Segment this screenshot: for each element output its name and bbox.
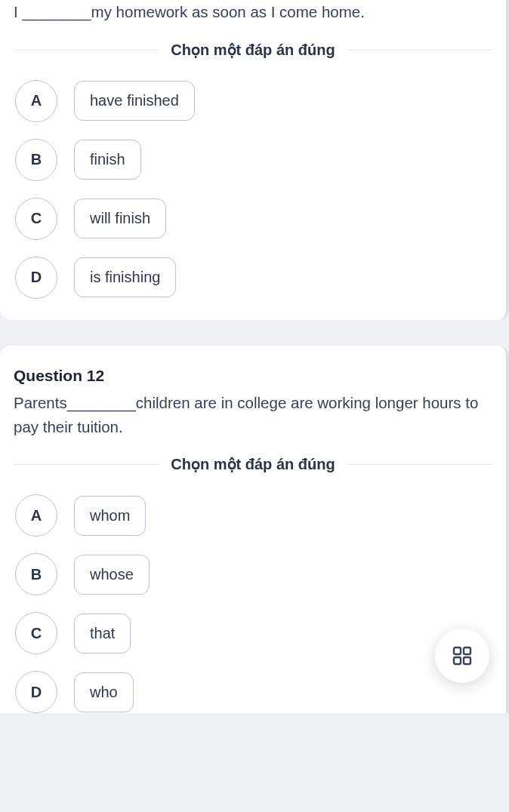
option-text: have finished [74, 81, 195, 121]
choose-prompt: Chọn một đáp án đúng [159, 41, 347, 59]
svg-rect-1 [464, 647, 470, 654]
grid-icon [452, 645, 473, 666]
options-list: A whom B whose C that D who [14, 494, 492, 713]
option-letter: B [15, 139, 57, 181]
option-text: finish [74, 140, 141, 180]
option-letter: C [15, 198, 57, 240]
option-letter: A [15, 494, 57, 537]
question-title: Question 12 [14, 367, 492, 385]
question-text: Parents________children are in college a… [14, 391, 492, 439]
option-d[interactable]: D who [15, 671, 492, 713]
quiz-page: I ________my homework as soon as I come … [0, 0, 509, 736]
option-text: that [74, 614, 131, 654]
option-d[interactable]: D is finishing [15, 257, 492, 299]
option-c[interactable]: C that [15, 612, 492, 654]
option-b[interactable]: B finish [15, 139, 492, 181]
grid-view-button[interactable] [435, 629, 489, 683]
question-text: I ________my homework as soon as I come … [14, 0, 492, 24]
options-list: A have finished B finish C will finish D… [14, 80, 492, 299]
option-b[interactable]: B whose [15, 553, 492, 595]
option-c[interactable]: C will finish [15, 198, 492, 240]
option-letter: D [15, 257, 57, 299]
option-letter: A [15, 80, 57, 122]
option-letter: D [15, 671, 57, 713]
svg-rect-0 [454, 647, 461, 654]
option-text: whom [74, 496, 146, 536]
option-text: who [74, 672, 134, 712]
option-letter: B [15, 553, 57, 595]
divider: Chọn một đáp án đúng [14, 455, 492, 473]
svg-rect-3 [464, 657, 470, 664]
svg-rect-2 [454, 657, 461, 664]
choose-prompt: Chọn một đáp án đúng [159, 455, 347, 473]
option-a[interactable]: A have finished [15, 80, 492, 122]
option-letter: C [15, 612, 57, 654]
option-text: whose [74, 555, 150, 595]
question-11-card: I ________my homework as soon as I come … [0, 0, 509, 320]
divider: Chọn một đáp án đúng [14, 41, 492, 59]
question-12-card: Question 12 Parents________children are … [0, 346, 509, 714]
option-a[interactable]: A whom [15, 494, 492, 537]
option-text: is finishing [74, 257, 176, 297]
option-text: will finish [74, 198, 166, 238]
